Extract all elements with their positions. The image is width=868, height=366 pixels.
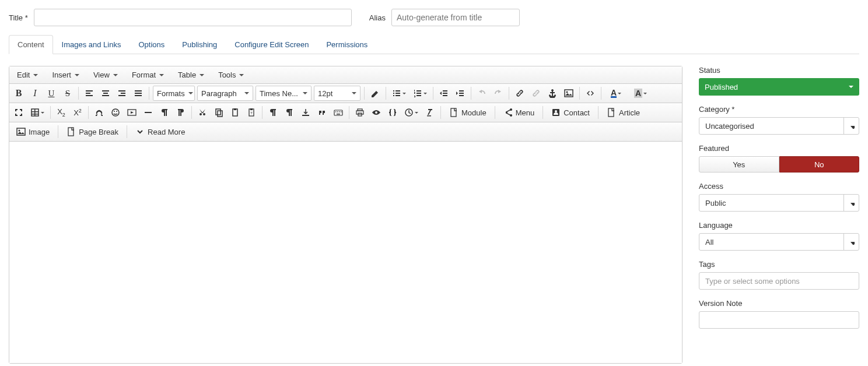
background-color-button[interactable]: A [628,86,653,101]
caret-icon [33,74,38,76]
indent-button[interactable] [452,86,468,101]
tags-label: Tags [699,260,859,269]
featured-yes-button[interactable]: Yes [699,156,779,173]
insert-media-button[interactable] [124,105,140,120]
special-character-button[interactable] [91,105,107,120]
numbered-list-icon [413,89,422,98]
cut-button[interactable] [194,105,211,120]
caret-icon [303,92,307,94]
access-select[interactable]: Public [699,194,859,212]
caret-icon [75,74,79,76]
tab-options[interactable]: Options [130,35,173,54]
fontsize-select[interactable]: 12pt [314,86,360,101]
horizontal-rule-button[interactable] [140,105,156,120]
pilcrow-icon [268,108,278,117]
underline-button[interactable]: U [43,86,60,101]
tab-images-links[interactable]: Images and Links [53,35,130,54]
redo-button[interactable] [490,86,506,101]
align-center-button[interactable] [97,86,114,101]
caret-icon [352,92,356,94]
align-justify-button[interactable] [130,86,146,101]
caret-icon [643,93,647,94]
superscript-icon: X2 [74,108,82,117]
numbered-list-button[interactable] [410,86,430,101]
caret-icon [618,93,621,94]
menu-view[interactable]: View [88,68,123,82]
tab-configure-edit-screen[interactable]: Configure Edit Screen [226,35,317,54]
menu-tools[interactable]: Tools [213,68,249,82]
anchor-button[interactable] [544,86,561,101]
align-right-button[interactable] [114,86,130,101]
tab-permissions[interactable]: Permissions [317,35,376,54]
blockquote-button[interactable] [314,105,330,120]
insert-image-button[interactable] [561,86,577,101]
insert-datetime-button[interactable] [401,105,422,120]
unlink-button[interactable] [528,86,544,101]
source-code-button[interactable] [582,86,598,101]
menu-format[interactable]: Format [127,68,169,82]
fullscreen-button[interactable] [10,105,27,120]
insert-article-button[interactable]: Article [601,105,645,120]
bullet-list-button[interactable] [388,86,410,101]
paste-button[interactable] [227,105,243,120]
emoticons-button[interactable] [107,105,124,120]
codesample-button[interactable] [384,105,401,120]
superscript-button[interactable]: X2 [69,105,86,120]
outdent-icon [439,89,449,98]
tab-publishing[interactable]: Publishing [173,35,226,54]
copy-button[interactable] [211,105,227,120]
link-button[interactable] [512,86,528,101]
category-select[interactable]: Uncategorised [699,117,859,135]
remove-format-button[interactable] [422,105,438,120]
print-button[interactable] [352,105,368,120]
title-label: Title * [9,13,28,22]
version-note-label: Version Note [699,299,859,308]
cut-icon [198,108,207,117]
insert-menu-button[interactable]: Menu [498,105,540,120]
menu-insert[interactable]: Insert [47,68,85,82]
preview-button[interactable] [368,105,384,120]
tags-input[interactable] [699,272,859,290]
rtl-button[interactable] [173,105,189,120]
strikethrough-button[interactable]: S [60,86,76,101]
keyboard-button[interactable] [330,105,346,120]
title-input[interactable] [34,9,352,26]
caret-icon [849,86,853,88]
alias-input[interactable] [391,9,520,26]
table-button[interactable] [27,105,48,120]
read-more-button[interactable]: Read More [130,124,190,139]
paint-format-button[interactable] [367,86,383,101]
menu-edit[interactable]: Edit [12,68,43,82]
show-invisible-button[interactable] [281,105,298,120]
version-note-input[interactable] [699,311,859,329]
clock-icon [404,108,414,117]
insert-module-button[interactable]: Module [444,105,492,120]
menu-table[interactable]: Table [173,68,209,82]
nonbreaking-space-button[interactable] [298,105,314,120]
language-select[interactable]: All [699,233,859,251]
paste-text-button[interactable] [243,105,260,120]
page-break-button[interactable]: Page Break [61,124,124,139]
fontfamily-select[interactable]: Times Ne... [256,86,312,101]
ltr-button[interactable] [156,105,173,120]
tab-content[interactable]: Content [9,35,53,54]
bold-button[interactable]: B [10,86,27,101]
undo-button[interactable] [474,86,490,101]
formats-select[interactable]: Formats [153,86,195,101]
subscript-button[interactable]: X2 [53,105,69,120]
outdent-button[interactable] [436,86,452,101]
insert-image-text-button[interactable]: Image [11,124,55,139]
align-left-button[interactable] [81,86,97,101]
featured-label: Featured [699,144,859,153]
featured-no-button[interactable]: No [779,156,860,173]
status-select[interactable]: Published [699,78,859,96]
editor-body[interactable] [9,142,682,363]
subscript-icon: X2 [57,107,65,118]
italic-button[interactable]: I [27,86,43,101]
paragraph-select[interactable]: Paragraph [197,86,253,101]
unlink-icon [531,89,541,98]
text-color-button[interactable]: A [604,86,628,101]
share-icon [503,108,513,117]
show-blocks-button[interactable] [265,105,281,120]
insert-contact-button[interactable]: Contact [546,105,595,120]
